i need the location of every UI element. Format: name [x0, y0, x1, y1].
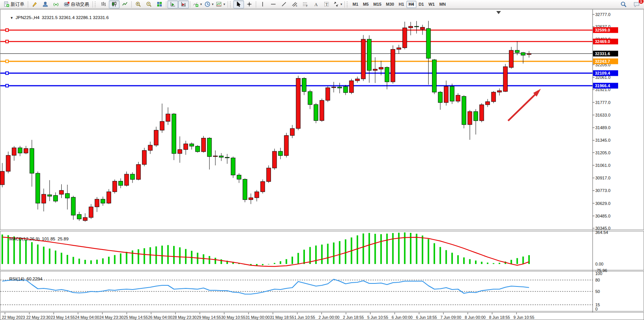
macd-histogram-bar: [440, 247, 441, 264]
profile-button[interactable]: [40, 0, 51, 8]
signals-button[interactable]: [51, 0, 61, 8]
price-tick-label: 31777.0: [595, 100, 611, 105]
chart-canvas[interactable]: 32777.032637.032493.032349.032205.032061…: [0, 9, 644, 320]
timeframe-h4-button[interactable]: H4: [406, 1, 416, 8]
timeframe-d1-button[interactable]: D1: [416, 1, 426, 8]
candlestick-chart-button[interactable]: [109, 0, 120, 8]
styler-button[interactable]: [29, 0, 40, 8]
candle-body: [373, 69, 377, 70]
line-handle[interactable]: [6, 40, 8, 43]
candle-body: [207, 138, 212, 157]
macd-histogram-bar: [90, 260, 92, 264]
line-handle[interactable]: [6, 84, 8, 87]
line-handle[interactable]: [6, 29, 8, 31]
candle-body: [231, 158, 235, 175]
candle-body: [53, 195, 57, 201]
price-tick-label: 30917.0: [595, 176, 611, 180]
line-handle[interactable]: [6, 72, 8, 74]
text-icon: A: [313, 1, 319, 7]
candle-body: [136, 165, 140, 179]
macd-name: MACD(12,26,9): [9, 237, 40, 241]
indicators-button[interactable]: ▾: [191, 0, 203, 8]
candle-body: [421, 27, 425, 29]
macd-histogram-bar: [434, 243, 435, 264]
time-tick-label: 9 Jun 10:55: [513, 315, 534, 320]
symbol-dropdown-icon[interactable]: ▼: [10, 16, 13, 20]
tile-windows-button[interactable]: [154, 0, 165, 8]
new-order-label: 新订单: [11, 1, 24, 8]
macd-histogram-bar: [67, 255, 68, 264]
candle-body: [284, 136, 289, 156]
templates-button[interactable]: ▾: [215, 0, 226, 8]
macd-histogram-bar: [315, 245, 317, 264]
candle-body: [278, 151, 282, 155]
timeframe-h1-button[interactable]: H1: [397, 1, 406, 8]
timeframe-w1-button[interactable]: W1: [426, 1, 437, 8]
candle-body: [255, 192, 259, 198]
periods-dropdown-caret[interactable]: ▾: [212, 2, 214, 6]
candle-body: [12, 148, 16, 155]
candle-body: [379, 67, 383, 69]
price-tick-label: 30773.0: [595, 188, 611, 193]
arrows-button[interactable]: ▾: [332, 0, 344, 8]
crosshair-button[interactable]: [244, 0, 255, 8]
cursor-arrow-icon: [236, 1, 242, 7]
line-handle[interactable]: [6, 60, 8, 62]
fibonacci-button[interactable]: F: [300, 0, 311, 8]
timeframe-m15-button[interactable]: M15: [371, 1, 384, 8]
timeframe-m5-button[interactable]: M5: [360, 1, 371, 8]
cursor-button[interactable]: [233, 0, 244, 8]
candle-body: [338, 87, 342, 88]
candle-body: [243, 179, 247, 200]
rsi-axis-label: 80: [595, 278, 600, 282]
panel-separator[interactable]: [0, 230, 644, 231]
zoom-out-button[interactable]: [143, 0, 154, 8]
timeframe-mn-button[interactable]: MN: [437, 1, 448, 8]
new-order-button[interactable]: 新订单: [1, 0, 27, 8]
time-tick-label: 24 May 04:00: [75, 315, 99, 320]
macd-histogram-bar: [203, 254, 204, 264]
timeframe-m30-button[interactable]: M30: [384, 1, 396, 8]
text-button[interactable]: A: [311, 0, 321, 8]
templates-dropdown-caret[interactable]: ▾: [223, 2, 225, 6]
candle-body: [213, 156, 217, 157]
macd-histogram-bar: [262, 264, 263, 265]
candle-body: [77, 214, 81, 219]
candle-body: [266, 168, 271, 182]
macd-histogram-bar: [493, 263, 494, 264]
bar-chart-button[interactable]: [98, 0, 109, 8]
indicators-dropdown-caret[interactable]: ▾: [200, 2, 202, 6]
terminal-window: 新订单 自动交易: [0, 0, 644, 320]
macd-histogram-bar: [161, 246, 163, 264]
community-button[interactable]: 1: [631, 0, 642, 8]
timeframe-m1-button[interactable]: M1: [350, 1, 360, 8]
trendline-button[interactable]: [279, 0, 289, 8]
macd-histogram-bar: [368, 233, 370, 264]
macd-axis-label: 364.54: [595, 230, 608, 235]
search-button[interactable]: [618, 0, 629, 8]
macd-histogram-bar: [150, 247, 151, 264]
price-tag-label: 31966.4: [595, 83, 611, 88]
autotrading-button[interactable]: 自动交易: [61, 0, 91, 8]
candle-body: [302, 78, 306, 92]
periods-button[interactable]: ▾: [203, 0, 215, 8]
candle-body: [166, 114, 170, 122]
channel-button[interactable]: E: [289, 0, 300, 8]
macd-histogram-bar: [120, 253, 121, 264]
horizontal-line-button[interactable]: [268, 0, 279, 8]
time-tick-label: 22 May 23:30: [26, 315, 51, 320]
macd-histogram-bar: [357, 235, 358, 264]
macd-histogram-bar: [481, 262, 483, 264]
line-chart-button[interactable]: [120, 0, 130, 8]
zoom-in-button[interactable]: [133, 0, 143, 8]
arrow-objects-icon: [333, 1, 339, 7]
arrows-dropdown-caret[interactable]: ▾: [341, 2, 343, 6]
candle-body: [397, 48, 401, 49]
text-label-button[interactable]: T: [321, 0, 332, 8]
auto-scroll-button[interactable]: [167, 0, 178, 8]
vertical-line-button[interactable]: [257, 0, 268, 8]
chart-shift-button[interactable]: [178, 0, 189, 8]
candle-body: [148, 145, 152, 150]
tile-windows-icon: [156, 1, 163, 7]
candle-body: [225, 157, 229, 158]
